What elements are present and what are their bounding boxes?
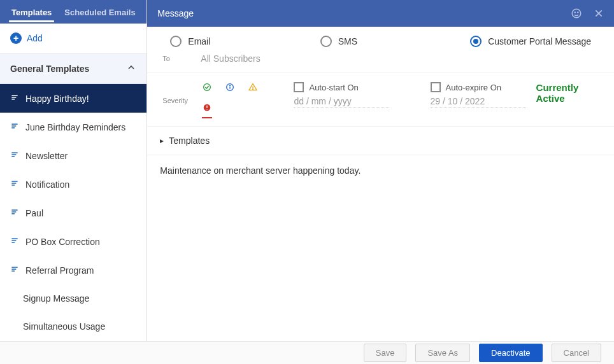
message-type-row: Email SMS Customer Portal Message (147, 27, 614, 53)
svg-point-23 (578, 12, 578, 13)
template-icon (10, 93, 19, 104)
add-button[interactable]: + Add (0, 24, 146, 53)
save-button[interactable]: Save (364, 344, 407, 362)
template-icon (10, 122, 19, 132)
sidebar-item-referral-program[interactable]: Referral Program (0, 256, 146, 284)
auto-start-date-input[interactable]: dd / mm / yyyy (294, 96, 389, 108)
tab-templates[interactable]: Templates (5, 0, 58, 24)
auto-expire-field: Auto-expire On 29 / 10 / 2022 (431, 82, 526, 108)
sidebar-item-label: Paul (25, 208, 43, 218)
auto-expire-label: Auto-expire On (446, 83, 501, 92)
svg-point-22 (575, 12, 575, 13)
sidebar-child-signup-message[interactable]: Signup Message (0, 284, 146, 312)
sidebar-tabs: Templates Scheduled Emails (0, 0, 146, 24)
caret-right-icon: ▸ (160, 136, 164, 145)
sidebar-child-simultaneous-usage[interactable]: Simultaneous Usage (0, 312, 146, 340)
radio-icon (320, 36, 332, 47)
sidebar-item-po-box-correction[interactable]: PO Box Correction (0, 227, 146, 256)
message-body[interactable]: Maintenance on merchant server happening… (147, 155, 614, 186)
to-row: To All Subscribers (147, 53, 614, 73)
sidebar-item-label: PO Box Correction (25, 237, 100, 247)
to-label: To (162, 55, 194, 62)
tab-scheduled-emails[interactable]: Scheduled Emails (58, 0, 141, 24)
sidebar-item-happy-birthday[interactable]: Happy Birthday! (0, 84, 146, 113)
sidebar-item-label: June Birthday Reminders (25, 122, 125, 132)
radio-label: SMS (338, 36, 357, 46)
sidebar-item-paul[interactable]: Paul (0, 199, 146, 227)
footer: Save Save As Deactivate Cancel (0, 341, 614, 364)
severity-info-icon[interactable] (225, 82, 235, 92)
close-icon[interactable] (594, 8, 604, 18)
svg-point-35 (207, 109, 208, 109)
auto-expire-date-input[interactable]: 29 / 10 / 2022 (431, 96, 526, 108)
sidebar-item-june-birthday-reminders[interactable]: June Birthday Reminders (0, 113, 146, 141)
page-title: Message (157, 8, 194, 18)
auto-start-label: Auto-start On (309, 83, 358, 92)
severity-label: Severity (162, 97, 188, 104)
sidebar-item-notification[interactable]: Notification (0, 170, 146, 199)
save-as-button[interactable]: Save As (415, 344, 470, 362)
sidebar-item-label: Newsletter (25, 151, 68, 161)
radio-icon (170, 36, 182, 47)
template-icon (10, 236, 19, 247)
radio-email[interactable]: Email (170, 36, 294, 47)
templates-section-toggle[interactable]: ▸ Templates (147, 127, 614, 155)
deactivate-button[interactable]: Deactivate (479, 344, 542, 362)
add-label: Add (27, 33, 43, 43)
auto-expire-checkbox[interactable] (431, 82, 441, 92)
severity-row: Severity (147, 73, 614, 127)
svg-point-26 (204, 84, 211, 91)
cancel-button[interactable]: Cancel (552, 344, 601, 362)
status-active-label: Currently Active (536, 82, 599, 104)
main-header: Message (147, 0, 614, 27)
svg-point-32 (253, 89, 253, 90)
group-general-templates[interactable]: General Templates (0, 53, 146, 84)
template-icon (10, 265, 19, 276)
group-title: General Templates (10, 64, 89, 74)
severity-ok-icon[interactable] (202, 82, 212, 92)
radio-icon (470, 36, 482, 47)
radio-label: Customer Portal Message (488, 36, 591, 46)
svg-point-21 (572, 9, 581, 18)
radio-label: Email (188, 36, 210, 46)
sidebar-item-label: Notification (25, 179, 69, 190)
radio-customer-portal-message[interactable]: Customer Portal Message (470, 36, 591, 47)
template-icon (10, 179, 19, 190)
templates-section-label: Templates (169, 136, 210, 146)
sidebar-item-newsletter[interactable]: Newsletter (0, 141, 146, 170)
severity-warning-icon[interactable] (248, 82, 258, 92)
sidebar: Templates Scheduled Emails + Add General… (0, 0, 147, 341)
auto-start-field: Auto-start On dd / mm / yyyy (294, 82, 389, 108)
auto-start-checkbox[interactable] (294, 82, 304, 92)
sidebar-item-label: Happy Birthday! (25, 94, 89, 104)
to-value[interactable]: All Subscribers (194, 53, 260, 64)
radio-sms[interactable]: SMS (320, 36, 445, 47)
severity-critical-selected[interactable] (202, 102, 212, 118)
template-icon (10, 150, 19, 161)
smiley-icon[interactable] (571, 8, 582, 19)
chevron-up-icon (126, 62, 136, 74)
severity-critical-icon (202, 102, 212, 113)
svg-point-29 (230, 85, 231, 86)
plus-circle-icon: + (10, 32, 22, 44)
sidebar-item-label: Referral Program (25, 265, 94, 276)
template-icon (10, 207, 19, 218)
main-panel: Message Email (147, 0, 614, 341)
